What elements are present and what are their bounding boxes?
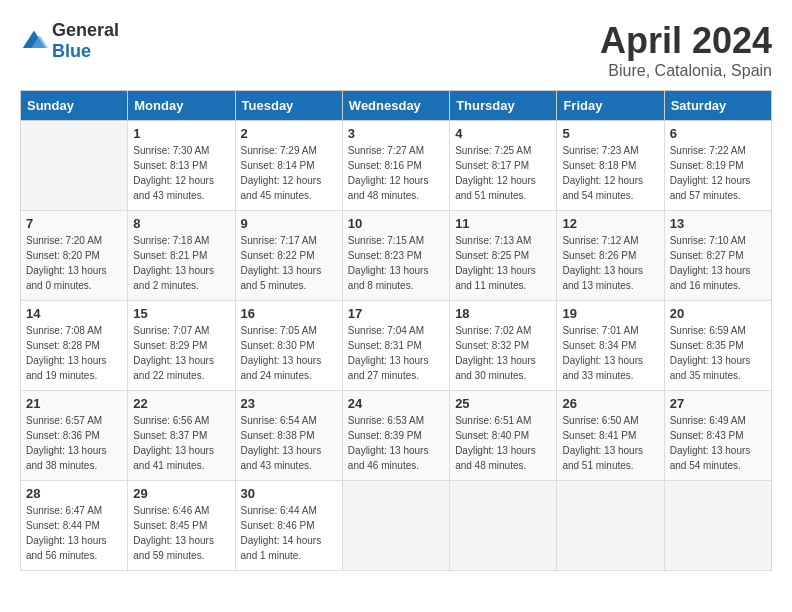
day-number: 26 <box>562 396 658 411</box>
sunrise-text: Sunrise: 7:13 AM <box>455 235 531 246</box>
calendar-week-row: 21 Sunrise: 6:57 AM Sunset: 8:36 PM Dayl… <box>21 391 772 481</box>
logo-general-text: General <box>52 20 119 40</box>
sunset-text: Sunset: 8:13 PM <box>133 160 207 171</box>
day-number: 20 <box>670 306 766 321</box>
daylight-text: Daylight: 12 hours and 45 minutes. <box>241 175 322 201</box>
calendar-cell <box>450 481 557 571</box>
day-number: 18 <box>455 306 551 321</box>
day-number: 4 <box>455 126 551 141</box>
day-number: 10 <box>348 216 444 231</box>
sunset-text: Sunset: 8:43 PM <box>670 430 744 441</box>
calendar-cell: 18 Sunrise: 7:02 AM Sunset: 8:32 PM Dayl… <box>450 301 557 391</box>
calendar-cell: 1 Sunrise: 7:30 AM Sunset: 8:13 PM Dayli… <box>128 121 235 211</box>
day-info: Sunrise: 7:13 AM Sunset: 8:25 PM Dayligh… <box>455 233 551 293</box>
logo-blue-text: Blue <box>52 41 91 61</box>
day-info: Sunrise: 7:12 AM Sunset: 8:26 PM Dayligh… <box>562 233 658 293</box>
day-info: Sunrise: 6:53 AM Sunset: 8:39 PM Dayligh… <box>348 413 444 473</box>
daylight-text: Daylight: 12 hours and 48 minutes. <box>348 175 429 201</box>
calendar-cell: 21 Sunrise: 6:57 AM Sunset: 8:36 PM Dayl… <box>21 391 128 481</box>
sunset-text: Sunset: 8:44 PM <box>26 520 100 531</box>
daylight-text: Daylight: 13 hours and 27 minutes. <box>348 355 429 381</box>
daylight-text: Daylight: 13 hours and 56 minutes. <box>26 535 107 561</box>
daylight-text: Daylight: 13 hours and 38 minutes. <box>26 445 107 471</box>
sunset-text: Sunset: 8:40 PM <box>455 430 529 441</box>
calendar-cell: 11 Sunrise: 7:13 AM Sunset: 8:25 PM Dayl… <box>450 211 557 301</box>
sunrise-text: Sunrise: 7:10 AM <box>670 235 746 246</box>
calendar-cell: 9 Sunrise: 7:17 AM Sunset: 8:22 PM Dayli… <box>235 211 342 301</box>
calendar-cell: 15 Sunrise: 7:07 AM Sunset: 8:29 PM Dayl… <box>128 301 235 391</box>
day-info: Sunrise: 6:56 AM Sunset: 8:37 PM Dayligh… <box>133 413 229 473</box>
day-number: 29 <box>133 486 229 501</box>
day-number: 15 <box>133 306 229 321</box>
day-info: Sunrise: 7:02 AM Sunset: 8:32 PM Dayligh… <box>455 323 551 383</box>
calendar-cell: 3 Sunrise: 7:27 AM Sunset: 8:16 PM Dayli… <box>342 121 449 211</box>
daylight-text: Daylight: 13 hours and 2 minutes. <box>133 265 214 291</box>
sunrise-text: Sunrise: 7:22 AM <box>670 145 746 156</box>
day-info: Sunrise: 7:23 AM Sunset: 8:18 PM Dayligh… <box>562 143 658 203</box>
daylight-text: Daylight: 13 hours and 54 minutes. <box>670 445 751 471</box>
sunrise-text: Sunrise: 7:04 AM <box>348 325 424 336</box>
day-number: 17 <box>348 306 444 321</box>
day-info: Sunrise: 7:05 AM Sunset: 8:30 PM Dayligh… <box>241 323 337 383</box>
day-info: Sunrise: 7:17 AM Sunset: 8:22 PM Dayligh… <box>241 233 337 293</box>
daylight-text: Daylight: 14 hours and 1 minute. <box>241 535 322 561</box>
sunrise-text: Sunrise: 6:51 AM <box>455 415 531 426</box>
sunset-text: Sunset: 8:16 PM <box>348 160 422 171</box>
sunset-text: Sunset: 8:18 PM <box>562 160 636 171</box>
day-info: Sunrise: 7:25 AM Sunset: 8:17 PM Dayligh… <box>455 143 551 203</box>
calendar-cell <box>664 481 771 571</box>
calendar-cell: 7 Sunrise: 7:20 AM Sunset: 8:20 PM Dayli… <box>21 211 128 301</box>
day-info: Sunrise: 7:08 AM Sunset: 8:28 PM Dayligh… <box>26 323 122 383</box>
calendar-cell: 26 Sunrise: 6:50 AM Sunset: 8:41 PM Dayl… <box>557 391 664 481</box>
sunrise-text: Sunrise: 7:15 AM <box>348 235 424 246</box>
daylight-text: Daylight: 13 hours and 0 minutes. <box>26 265 107 291</box>
daylight-text: Daylight: 13 hours and 48 minutes. <box>455 445 536 471</box>
day-number: 13 <box>670 216 766 231</box>
sunset-text: Sunset: 8:21 PM <box>133 250 207 261</box>
calendar-cell: 25 Sunrise: 6:51 AM Sunset: 8:40 PM Dayl… <box>450 391 557 481</box>
day-info: Sunrise: 6:57 AM Sunset: 8:36 PM Dayligh… <box>26 413 122 473</box>
day-info: Sunrise: 7:15 AM Sunset: 8:23 PM Dayligh… <box>348 233 444 293</box>
calendar-cell: 2 Sunrise: 7:29 AM Sunset: 8:14 PM Dayli… <box>235 121 342 211</box>
weekday-header-row: SundayMondayTuesdayWednesdayThursdayFrid… <box>21 91 772 121</box>
sunrise-text: Sunrise: 6:57 AM <box>26 415 102 426</box>
sunrise-text: Sunrise: 7:29 AM <box>241 145 317 156</box>
day-number: 14 <box>26 306 122 321</box>
sunset-text: Sunset: 8:45 PM <box>133 520 207 531</box>
day-number: 24 <box>348 396 444 411</box>
daylight-text: Daylight: 13 hours and 41 minutes. <box>133 445 214 471</box>
calendar-cell: 14 Sunrise: 7:08 AM Sunset: 8:28 PM Dayl… <box>21 301 128 391</box>
day-info: Sunrise: 6:49 AM Sunset: 8:43 PM Dayligh… <box>670 413 766 473</box>
sunrise-text: Sunrise: 6:47 AM <box>26 505 102 516</box>
day-info: Sunrise: 7:07 AM Sunset: 8:29 PM Dayligh… <box>133 323 229 383</box>
daylight-text: Daylight: 12 hours and 51 minutes. <box>455 175 536 201</box>
sunrise-text: Sunrise: 7:27 AM <box>348 145 424 156</box>
sunrise-text: Sunrise: 7:07 AM <box>133 325 209 336</box>
weekday-header-friday: Friday <box>557 91 664 121</box>
daylight-text: Daylight: 13 hours and 43 minutes. <box>241 445 322 471</box>
calendar-cell: 6 Sunrise: 7:22 AM Sunset: 8:19 PM Dayli… <box>664 121 771 211</box>
calendar-cell: 19 Sunrise: 7:01 AM Sunset: 8:34 PM Dayl… <box>557 301 664 391</box>
calendar-cell <box>557 481 664 571</box>
sunrise-text: Sunrise: 6:56 AM <box>133 415 209 426</box>
daylight-text: Daylight: 13 hours and 24 minutes. <box>241 355 322 381</box>
daylight-text: Daylight: 13 hours and 22 minutes. <box>133 355 214 381</box>
calendar-cell <box>21 121 128 211</box>
sunset-text: Sunset: 8:37 PM <box>133 430 207 441</box>
logo-text: General Blue <box>52 20 119 62</box>
weekday-header-monday: Monday <box>128 91 235 121</box>
location-subtitle: Biure, Catalonia, Spain <box>600 62 772 80</box>
day-info: Sunrise: 7:22 AM Sunset: 8:19 PM Dayligh… <box>670 143 766 203</box>
day-number: 19 <box>562 306 658 321</box>
day-number: 11 <box>455 216 551 231</box>
sunrise-text: Sunrise: 6:49 AM <box>670 415 746 426</box>
sunrise-text: Sunrise: 6:46 AM <box>133 505 209 516</box>
calendar-cell: 17 Sunrise: 7:04 AM Sunset: 8:31 PM Dayl… <box>342 301 449 391</box>
calendar-week-row: 1 Sunrise: 7:30 AM Sunset: 8:13 PM Dayli… <box>21 121 772 211</box>
calendar-cell: 20 Sunrise: 6:59 AM Sunset: 8:35 PM Dayl… <box>664 301 771 391</box>
sunset-text: Sunset: 8:27 PM <box>670 250 744 261</box>
day-number: 16 <box>241 306 337 321</box>
daylight-text: Daylight: 13 hours and 46 minutes. <box>348 445 429 471</box>
sunrise-text: Sunrise: 7:25 AM <box>455 145 531 156</box>
daylight-text: Daylight: 13 hours and 16 minutes. <box>670 265 751 291</box>
